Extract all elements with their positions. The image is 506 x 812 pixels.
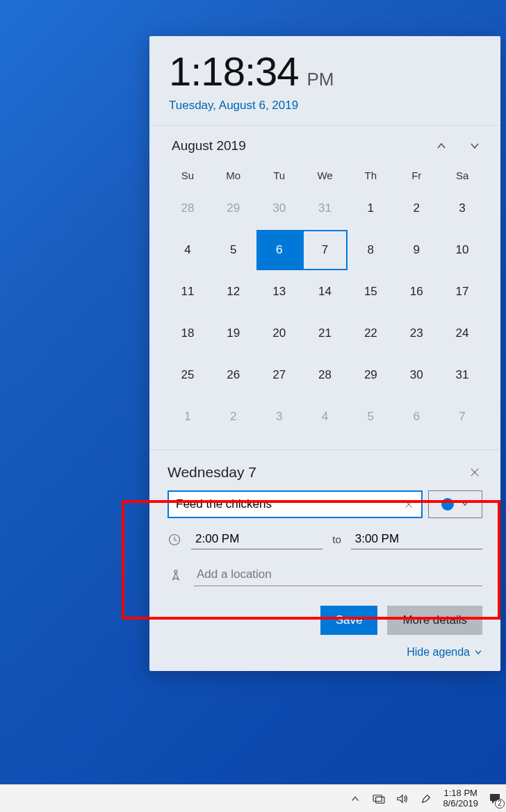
calendar-day-cell[interactable]: 10 xyxy=(439,230,485,270)
to-label: to xyxy=(332,533,341,545)
tray-date-label: 8/6/2019 xyxy=(443,799,478,809)
tray-overflow-icon[interactable] xyxy=(348,792,362,806)
hide-agenda-link[interactable]: Hide agenda xyxy=(149,643,500,671)
calendar-day-cell[interactable]: 7 xyxy=(439,397,485,437)
calendar-day-cell[interactable]: 30 xyxy=(256,188,302,229)
next-month-button[interactable] xyxy=(468,140,481,152)
calendar-day-cell[interactable]: 29 xyxy=(348,355,393,395)
calendar-day-cell[interactable]: 9 xyxy=(393,230,439,270)
calendar-day-cell[interactable]: 31 xyxy=(302,188,348,229)
calendar-month-label[interactable]: August 2019 xyxy=(172,138,246,154)
more-details-button[interactable]: More details xyxy=(387,606,482,635)
calendar-color-dot-icon xyxy=(441,498,454,511)
calendar-day-cell[interactable]: 7 xyxy=(302,230,348,270)
calendar-day-cell[interactable]: 31 xyxy=(439,355,485,395)
calendar-day-cell[interactable]: 6 xyxy=(393,397,439,437)
start-time-input[interactable] xyxy=(191,529,323,549)
calendar-day-cell[interactable]: 12 xyxy=(211,272,256,312)
calendar-day-cell[interactable]: 21 xyxy=(302,313,348,354)
chevron-down-icon xyxy=(461,499,469,510)
event-create-section: Wednesday 7 to xyxy=(149,450,500,559)
close-event-button[interactable] xyxy=(467,465,482,480)
calendar-day-cell[interactable]: 4 xyxy=(165,230,211,270)
clock-icon xyxy=(168,531,181,548)
calendar-day-cell[interactable]: 4 xyxy=(302,397,348,437)
calendar-day-cell[interactable]: 13 xyxy=(256,272,302,312)
save-button[interactable]: Save xyxy=(320,606,378,635)
calendar-grid: SuMoTuWeThFrSa28293031123456789101112131… xyxy=(165,163,485,437)
hide-agenda-label: Hide agenda xyxy=(407,646,470,658)
calendar-day-cell[interactable]: 3 xyxy=(439,188,485,229)
calendar-day-cell[interactable]: 24 xyxy=(439,313,485,354)
calendar-day-cell[interactable]: 8 xyxy=(348,230,393,270)
calendar-day-cell[interactable]: 2 xyxy=(211,397,256,437)
svg-marker-8 xyxy=(398,795,402,802)
day-of-week-header: Fr xyxy=(393,163,439,187)
day-of-week-header: Su xyxy=(165,163,211,187)
calendar-day-cell[interactable]: 23 xyxy=(393,313,439,354)
location-icon xyxy=(168,567,184,583)
calendar-day-cell[interactable]: 30 xyxy=(393,355,439,395)
end-time-input[interactable] xyxy=(351,529,482,549)
calendar-day-cell[interactable]: 28 xyxy=(302,355,348,395)
calendar-color-picker[interactable] xyxy=(428,490,482,518)
event-title-input[interactable] xyxy=(176,497,400,511)
tray-time-label: 1:18 PM xyxy=(443,788,477,798)
input-language-icon[interactable] xyxy=(372,792,386,806)
action-center-icon[interactable]: 2 xyxy=(488,792,502,806)
clock-ampm: PM xyxy=(307,70,334,88)
day-of-week-header: Th xyxy=(348,163,393,187)
clock-time: 1:18:34 xyxy=(169,51,299,92)
calendar-day-cell[interactable]: 16 xyxy=(393,272,439,312)
svg-rect-6 xyxy=(374,795,382,801)
volume-icon[interactable] xyxy=(395,792,409,806)
calendar-day-cell[interactable]: 17 xyxy=(439,272,485,312)
calendar-day-cell[interactable]: 1 xyxy=(165,397,211,437)
day-of-week-header: Mo xyxy=(211,163,256,187)
calendar-day-cell[interactable]: 1 xyxy=(348,188,393,229)
calendar-day-cell[interactable]: 27 xyxy=(256,355,302,395)
calendar-day-cell[interactable]: 28 xyxy=(165,188,211,229)
calendar-day-cell[interactable]: 22 xyxy=(348,313,393,354)
calendar-day-cell[interactable]: 5 xyxy=(211,230,256,270)
calendar-day-cell[interactable]: 26 xyxy=(211,355,256,395)
clock-block: 1:18:34 PM Tuesday, August 6, 2019 xyxy=(149,36,500,126)
calendar-day-cell[interactable]: 14 xyxy=(302,272,348,312)
day-of-week-header: Tu xyxy=(256,163,302,187)
calendar-day-cell[interactable]: 29 xyxy=(211,188,256,229)
calendar-flyout: 1:18:34 PM Tuesday, August 6, 2019 Augus… xyxy=(149,36,500,671)
calendar-day-cell[interactable]: 18 xyxy=(165,313,211,354)
notification-badge: 2 xyxy=(495,799,505,809)
selected-day-label: Wednesday 7 xyxy=(168,464,256,481)
calendar-day-cell[interactable]: 15 xyxy=(348,272,393,312)
clear-title-button[interactable] xyxy=(400,496,417,513)
calendar-day-cell[interactable]: 3 xyxy=(256,397,302,437)
taskbar: 1:18 PM 8/6/2019 2 xyxy=(0,784,506,812)
calendar-day-cell[interactable]: 19 xyxy=(211,313,256,354)
calendar-day-cell[interactable]: 6 xyxy=(256,230,302,270)
calendar-day-cell[interactable]: 5 xyxy=(348,397,393,437)
day-of-week-header: Sa xyxy=(439,163,485,187)
pen-icon[interactable] xyxy=(419,792,433,806)
day-of-week-header: We xyxy=(302,163,348,187)
calendar-panel: August 2019 SuMoTuWeThFrSa28293031123456… xyxy=(149,126,500,450)
location-input[interactable] xyxy=(194,563,482,586)
prev-month-button[interactable] xyxy=(435,140,448,152)
calendar-day-cell[interactable]: 20 xyxy=(256,313,302,354)
calendar-day-cell[interactable]: 2 xyxy=(393,188,439,229)
event-title-field[interactable] xyxy=(168,490,423,518)
calendar-day-cell[interactable]: 25 xyxy=(165,355,211,395)
date-settings-link[interactable]: Tuesday, August 6, 2019 xyxy=(169,99,481,113)
calendar-day-cell[interactable]: 11 xyxy=(165,272,211,312)
tray-clock[interactable]: 1:18 PM 8/6/2019 xyxy=(443,788,478,809)
svg-rect-7 xyxy=(376,797,384,803)
